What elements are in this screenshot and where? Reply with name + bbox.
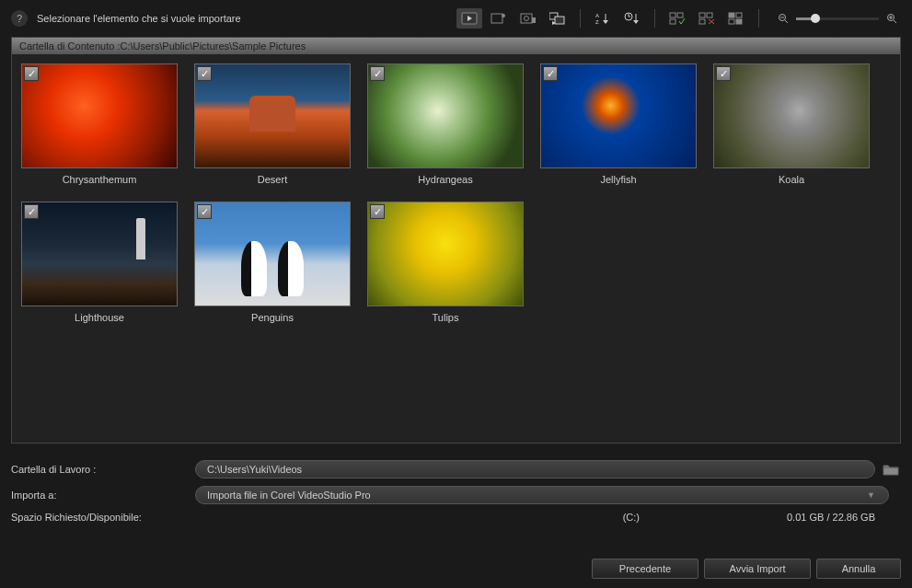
- svg-rect-29: [729, 19, 734, 24]
- thumb-item: ✓Lighthouse: [21, 202, 178, 323]
- top-toolbar: ? Selezionare l'elemento che si vuole im…: [0, 0, 912, 37]
- deselect-all-button[interactable]: [694, 8, 720, 29]
- thumbnail-image[interactable]: ✓: [194, 63, 351, 168]
- thumbnail-label: Hydrangeas: [418, 174, 472, 185]
- thumbnail-label: Jellyfish: [600, 174, 636, 185]
- thumb-item: ✓Penguins: [194, 202, 351, 323]
- content-folder-header: Cartella di Contenuto : C:\Users\Public\…: [12, 38, 900, 54]
- zoom-in-icon[interactable]: [886, 13, 897, 24]
- import-to-dropdown[interactable]: [195, 486, 889, 504]
- zoom-out-icon[interactable]: [778, 13, 789, 24]
- thumbnail-checkbox[interactable]: ✓: [24, 204, 39, 219]
- import-photo-button[interactable]: [515, 8, 541, 29]
- svg-rect-23: [707, 13, 712, 17]
- thumbnail-image[interactable]: ✓: [367, 202, 524, 306]
- thumbnail-checkbox[interactable]: ✓: [197, 66, 212, 81]
- content-folder-prefix: Cartella di Contenuto :: [19, 40, 120, 52]
- import-all-media-button[interactable]: [545, 8, 571, 29]
- content-area: Cartella di Contenuto : C:\Users\Public\…: [11, 37, 901, 444]
- thumbnail-checkbox[interactable]: ✓: [24, 66, 39, 81]
- import-digital-media-button[interactable]: [486, 8, 512, 29]
- svg-rect-28: [736, 13, 742, 17]
- thumb-item: ✓Desert: [194, 63, 351, 185]
- thumbnail-checkbox[interactable]: ✓: [370, 204, 385, 219]
- svg-point-3: [502, 14, 505, 17]
- help-icon[interactable]: ?: [11, 10, 28, 27]
- thumb-item: ✓Tulips: [367, 202, 524, 323]
- thumbnail-label: Koala: [779, 174, 804, 185]
- svg-rect-30: [736, 19, 742, 24]
- svg-text:A: A: [595, 13, 599, 18]
- svg-line-32: [785, 20, 788, 23]
- svg-rect-19: [670, 13, 675, 17]
- thumbnail-label: Chrysanthemum: [63, 174, 137, 185]
- thumbnails-container: ✓Chrysanthemum✓Desert✓Hydrangeas✓Jellyfi…: [12, 54, 900, 332]
- svg-point-5: [525, 17, 529, 21]
- svg-rect-2: [491, 14, 502, 23]
- sort-by-date-button[interactable]: [619, 8, 645, 29]
- svg-rect-4: [521, 14, 532, 23]
- svg-rect-24: [699, 19, 705, 24]
- thumb-item: ✓Jellyfish: [540, 63, 697, 185]
- thumb-item: ✓Hydrangeas: [367, 63, 524, 185]
- thumbnail-image[interactable]: ✓: [21, 202, 178, 306]
- button-bar: Precedente Avvia Import Annulla: [592, 559, 901, 579]
- toolbar-separator: [654, 9, 655, 28]
- content-folder-path: C:\Users\Public\Pictures\Sample Pictures: [120, 40, 306, 52]
- thumb-item: ✓Chrysanthemum: [21, 63, 178, 185]
- space-label: Spazio Richiesto/Disponibile:: [11, 512, 195, 523]
- svg-rect-27: [729, 13, 734, 17]
- thumbnail-image[interactable]: ✓: [713, 63, 870, 168]
- thumbnail-label: Penguins: [251, 312, 294, 323]
- invert-selection-button[interactable]: [723, 8, 749, 29]
- thumbnail-checkbox[interactable]: ✓: [716, 66, 731, 81]
- sort-by-name-button[interactable]: AZ: [590, 8, 616, 29]
- thumbnail-checkbox[interactable]: ✓: [370, 66, 385, 81]
- work-folder-input[interactable]: [195, 460, 875, 478]
- zoom-slider: [774, 13, 901, 24]
- thumb-item: ✓Koala: [713, 63, 870, 185]
- thumbnail-image[interactable]: ✓: [194, 202, 351, 306]
- thumbnail-checkbox[interactable]: ✓: [197, 204, 212, 219]
- thumbnail-label: Desert: [258, 174, 287, 185]
- drive-label: (C:): [623, 512, 640, 523]
- browse-folder-button[interactable]: [883, 462, 901, 477]
- import-to-label: Importa a:: [11, 490, 195, 501]
- work-folder-label: Cartella di Lavoro :: [11, 464, 195, 475]
- svg-marker-18: [633, 20, 639, 24]
- svg-line-35: [894, 20, 896, 23]
- chevron-down-icon[interactable]: ▼: [867, 490, 875, 500]
- thumbnail-image[interactable]: ✓: [21, 63, 178, 168]
- toolbar-separator: [580, 9, 581, 28]
- svg-rect-22: [699, 13, 705, 17]
- cancel-button[interactable]: Annulla: [816, 559, 901, 579]
- start-import-button[interactable]: Avvia Import: [704, 559, 811, 579]
- previous-button[interactable]: Precedente: [592, 559, 698, 579]
- svg-text:Z: Z: [595, 19, 599, 25]
- toolbar-separator: [758, 9, 759, 28]
- zoom-track[interactable]: [796, 17, 879, 20]
- svg-marker-13: [603, 20, 608, 24]
- thumbnail-checkbox[interactable]: ✓: [543, 66, 558, 81]
- space-value: 0.01 GB / 22.86 GB: [787, 512, 875, 523]
- svg-rect-20: [677, 13, 683, 17]
- svg-rect-21: [670, 19, 675, 24]
- svg-rect-8: [555, 17, 564, 24]
- import-video-button[interactable]: [456, 8, 482, 29]
- toolbar-title: Selezionare l'elemento che si vuole impo…: [37, 13, 241, 24]
- bottom-form: Cartella di Lavoro : Importa a: ▼ Spazio…: [11, 460, 901, 523]
- thumbnail-label: Lighthouse: [75, 312, 124, 323]
- thumbnail-label: Tulips: [433, 312, 459, 323]
- thumbnail-image[interactable]: ✓: [540, 63, 697, 168]
- select-all-button[interactable]: [664, 8, 690, 29]
- zoom-thumb[interactable]: [811, 14, 820, 23]
- svg-rect-6: [532, 17, 536, 23]
- thumbnail-image[interactable]: ✓: [367, 63, 524, 168]
